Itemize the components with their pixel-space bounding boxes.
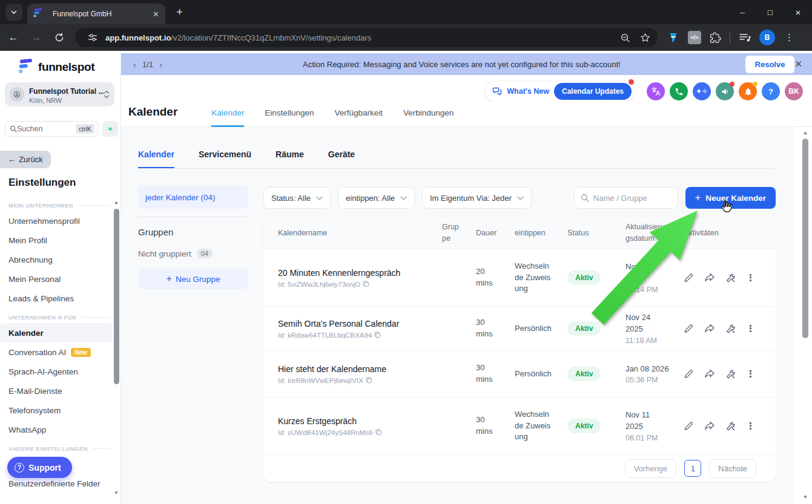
minimize-button[interactable]: – <box>728 0 756 24</box>
ungrouped-item[interactable]: Nicht gruppiert 04 <box>138 249 248 258</box>
url-text[interactable]: app.funnelspot.io/v2/location/7ZTIfNccQ3… <box>105 33 620 42</box>
sidebar-item-mein-profil[interactable]: Mein Profil <box>0 231 113 250</box>
tools-icon[interactable] <box>725 273 736 283</box>
sidebar-search-input[interactable] <box>17 125 73 133</box>
new-calendar-button[interactable]: + Neuer Kalender <box>685 187 776 209</box>
main-scroll-thumb[interactable] <box>802 139 808 338</box>
new-group-button[interactable]: + Neu Gruppe <box>138 269 248 289</box>
table-row[interactable]: Semih Orta's Personal Calendar Id: kRdaw… <box>263 306 776 350</box>
sidebar-back-button[interactable]: ← Zurück <box>0 151 51 168</box>
banner-prev-icon[interactable]: ‹ <box>133 59 136 70</box>
new-tab-button[interactable]: + <box>176 5 183 19</box>
calendar-search[interactable] <box>574 187 678 209</box>
tab-verbindungen[interactable]: Verbindungen <box>403 108 454 127</box>
owner-filter-dropdown[interactable]: Im Eigentum Via: Jeder <box>422 187 532 209</box>
zoom-out-icon[interactable] <box>620 33 630 43</box>
calendar-search-input[interactable] <box>593 194 666 203</box>
calendar-updates-pill[interactable]: Calendar Updates <box>554 83 632 100</box>
address-bar[interactable]: app.funnelspot.io/v2/location/7ZTIfNccQ3… <box>75 28 658 47</box>
support-button[interactable]: ? Support <box>7 457 72 478</box>
share-forward-icon[interactable] <box>704 369 715 379</box>
tools-icon[interactable] <box>725 421 736 431</box>
row-menu-icon[interactable]: ⋮ <box>746 368 755 379</box>
subtab-kalender[interactable]: Kalender <box>138 149 174 168</box>
copy-icon[interactable] <box>374 332 381 338</box>
funnelspot-extension-icon[interactable] <box>667 31 679 44</box>
browser-profile-avatar[interactable]: B <box>759 30 775 45</box>
account-switcher[interactable]: Funnelspot Tutorial ... Köln, NRW <box>5 82 114 106</box>
notifications-button[interactable] <box>739 82 757 100</box>
edit-pencil-icon[interactable] <box>684 273 694 283</box>
tab-search-button[interactable] <box>5 4 22 21</box>
copy-icon[interactable] <box>366 377 372 384</box>
copy-icon[interactable] <box>363 281 369 287</box>
scroll-up-icon[interactable]: ▲ <box>801 130 810 136</box>
table-row[interactable]: Hier steht der Kalendername Id: IreR8nWV… <box>263 350 776 397</box>
maximize-button[interactable]: □ <box>756 0 784 24</box>
prev-page-button[interactable]: Vorherige <box>625 459 677 478</box>
tab-kalender[interactable]: Kalender <box>211 108 244 127</box>
devtools-extension-icon[interactable]: </> <box>688 31 701 44</box>
subtab-raeume[interactable]: Räume <box>276 149 304 168</box>
row-menu-icon[interactable]: ⋮ <box>746 421 755 431</box>
sidebar-item-abrechnung[interactable]: Abrechnung <box>0 250 113 269</box>
sidebar-item-kalender[interactable]: Kalender <box>0 323 113 342</box>
type-filter-dropdown[interactable]: eintippen: Alle <box>338 187 415 209</box>
edit-pencil-icon[interactable] <box>684 324 694 334</box>
tab-einstellungen[interactable]: Einstellungen <box>265 108 314 127</box>
ai-sparkles-button[interactable]: ✦✧ <box>693 82 711 100</box>
copy-icon[interactable] <box>375 429 382 436</box>
bookmark-star-icon[interactable] <box>640 33 650 43</box>
tools-icon[interactable] <box>725 369 736 379</box>
status-filter-dropdown[interactable]: Status: Alle <box>263 187 331 209</box>
close-button[interactable]: × <box>784 0 812 24</box>
resolve-button[interactable]: Resolve <box>745 56 795 73</box>
edit-pencil-icon[interactable] <box>684 369 694 379</box>
tools-icon[interactable] <box>725 324 736 334</box>
sidebar-item-conversation-ai[interactable]: Conversation AINew <box>0 342 113 362</box>
scroll-up-icon[interactable]: ▲ <box>113 200 119 206</box>
sidebar-scrollbar[interactable]: ▲ <box>113 200 119 387</box>
share-forward-icon[interactable] <box>704 273 715 283</box>
sidebar-search[interactable]: ctrlK <box>5 121 98 137</box>
sidebar-item-unternehmensprofil[interactable]: Unternehmensprofil <box>0 211 113 231</box>
help-button[interactable]: ? <box>762 82 780 100</box>
table-row[interactable]: Kurzes Erstgespräch Id: sUWdB41Wj24yS48R… <box>263 397 776 454</box>
edit-pencil-icon[interactable] <box>684 421 694 431</box>
row-menu-icon[interactable]: ⋮ <box>746 272 755 283</box>
announcements-button[interactable] <box>716 82 734 100</box>
tab-verfuegbarkeit[interactable]: Verfügbarkeit <box>334 108 383 127</box>
browser-tab[interactable]: Funnelspot GmbH ✕ <box>27 4 165 24</box>
sidebar-item-leads-pipelines[interactable]: Leads & Pipelines <box>0 289 113 308</box>
banner-close-icon[interactable]: ✕ <box>794 59 802 70</box>
subtab-servicemenu[interactable]: Servicemenü <box>199 149 251 168</box>
tab-close-icon[interactable]: ✕ <box>153 10 159 19</box>
browser-menu-icon[interactable]: ⋮ <box>785 32 794 43</box>
phone-button[interactable] <box>670 82 688 100</box>
reload-button[interactable] <box>50 28 69 47</box>
sidebar-item-mein-personal[interactable]: Mein Personal <box>0 269 113 289</box>
extensions-puzzle-icon[interactable] <box>710 32 721 44</box>
current-page-button[interactable]: 1 <box>684 460 701 477</box>
table-row[interactable]: 20 Minuten Kennenlerngespräch Id: 5viZWw… <box>263 249 776 306</box>
forward-button[interactable]: → <box>27 28 46 47</box>
scroll-down-icon[interactable]: ▼ <box>113 490 119 496</box>
banner-next-icon[interactable]: › <box>159 59 162 70</box>
sidebar-item-email-dienste[interactable]: E-Mail-Dienste <box>0 381 113 401</box>
sidebar-item-sprach-ai-agenten[interactable]: Sprach-AI-Agenten <box>0 362 113 381</box>
sidebar-scroll-thumb[interactable] <box>114 209 119 384</box>
share-forward-icon[interactable] <box>704 421 715 431</box>
all-calendars-item[interactable]: jeder Kalender (04) <box>138 186 248 209</box>
user-avatar[interactable]: BK <box>785 82 803 100</box>
sidebar-item-telefonsystem[interactable]: Telefonsystem <box>0 401 113 420</box>
main-scrollbar[interactable]: ▲ ▼ <box>801 128 810 504</box>
scroll-down-icon[interactable]: ▼ <box>801 494 810 500</box>
subtab-geraete[interactable]: Geräte <box>328 149 355 168</box>
site-settings-icon[interactable] <box>82 31 103 44</box>
next-page-button[interactable]: Nächste <box>709 459 756 478</box>
back-button[interactable]: ← <box>4 28 23 47</box>
media-queue-icon[interactable] <box>739 32 751 43</box>
share-forward-icon[interactable] <box>704 324 715 333</box>
sidebar-item-whatsapp[interactable]: WhatsApp <box>0 420 113 439</box>
translate-button[interactable] <box>647 82 665 100</box>
